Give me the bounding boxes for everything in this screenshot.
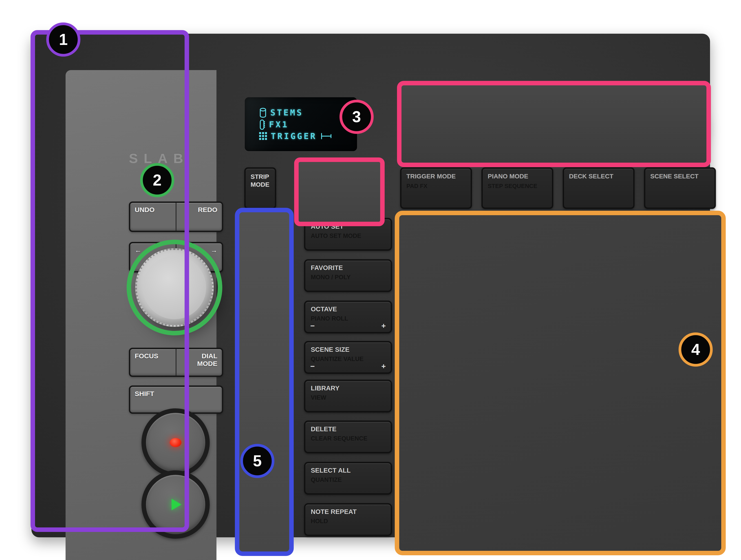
focus-dialmode-key[interactable]: FOCUS DIAL MODE [129, 348, 223, 377]
pad-r3c3[interactable] [564, 381, 633, 451]
undo-label: UNDO [135, 206, 154, 213]
play-in-key-text: PLAY IN KEY [493, 214, 532, 221]
pad-color-strip [568, 466, 629, 478]
strip-led [281, 414, 287, 417]
strip-mode-label-line1: STRIP [251, 173, 270, 181]
pads-icon [259, 132, 267, 140]
brand-logo: SLAB [129, 150, 223, 166]
focus-button[interactable]: FOCUS [130, 349, 176, 376]
arrow-left-icon: ← [135, 246, 141, 254]
record-dot-icon [170, 438, 182, 447]
encoder-mode-button[interactable]: ENCODER MODE PADS / DECK [305, 168, 379, 209]
strip-led [281, 515, 287, 517]
minus-button[interactable]: − [310, 362, 315, 371]
pad-r2c3[interactable] [564, 300, 633, 369]
scene-select-button[interactable]: SCENE SELECT [644, 167, 716, 209]
main-dial[interactable] [135, 248, 214, 327]
pad-r2c1[interactable] [402, 300, 472, 369]
pad-r1c1[interactable] [402, 219, 472, 288]
screen-line-text: TRIGGER [271, 131, 317, 141]
callout-1: 1 [46, 22, 80, 57]
device-mode-shift-label: DEVICE MODE [310, 213, 362, 222]
pad-r1c3[interactable] [564, 219, 633, 288]
pad-r1c2[interactable] [483, 219, 552, 288]
function-key-sublabel: AUTO SET MODE [311, 233, 385, 240]
pad-r2c2[interactable] [483, 300, 552, 369]
encoder-knob-number: 2 [509, 89, 518, 97]
plus-button[interactable]: + [381, 362, 386, 371]
left-control-panel: SLAB UNDO REDO ← → [66, 70, 216, 560]
dash-icon [244, 216, 250, 219]
strip-mode-button[interactable]: STRIP MODE [244, 167, 276, 209]
annotated-controller-diagram: SLAB UNDO REDO ← → [0, 0, 741, 560]
record-button[interactable] [141, 409, 210, 477]
function-key-delete[interactable]: DELETE CLEAR SEQUENCE [304, 421, 392, 453]
deck-select-label: DECK SELECT [569, 173, 628, 180]
dial-mode-label: DIAL MODE [197, 352, 217, 367]
redo-button[interactable]: REDO [176, 203, 222, 231]
function-key-label: FAVORITE [311, 264, 385, 271]
callout-5: 5 [240, 444, 274, 478]
undo-redo-key[interactable]: UNDO REDO [129, 201, 223, 232]
hold-range-icon [321, 132, 333, 140]
encoder-knob-2[interactable] [498, 107, 529, 138]
pad-color-strip [568, 223, 629, 234]
encoder-knob-3[interactable] [580, 107, 611, 138]
function-key-label: SELECT ALL [311, 467, 385, 474]
function-key-octave[interactable]: OCTAVE PIANO ROLL− + [304, 301, 392, 333]
pad-r4c2[interactable] [483, 462, 552, 532]
trigger-mode-button[interactable]: TRIGGER MODE PAD FX [400, 167, 472, 209]
utility-shift-label: UTILITY [244, 213, 277, 222]
undo-button[interactable]: UNDO [130, 203, 176, 231]
function-key-select-all[interactable]: SELECT ALL QUANTIZE [304, 462, 392, 495]
minus-button[interactable]: − [310, 321, 315, 330]
piano-mode-button[interactable]: PIANO MODE STEP SEQUENCE [481, 167, 553, 209]
trigger-mode-sublabel: PAD FX [406, 183, 466, 190]
redo-label: REDO [198, 206, 217, 213]
utility-text: UTILITY [253, 214, 277, 221]
function-key-scene-size[interactable]: SCENE SIZE QUANTIZE VALUE− + [304, 341, 392, 374]
pad-r3c2[interactable] [483, 381, 552, 451]
screen-line: TRIGGER [259, 131, 357, 141]
strip-led [281, 454, 287, 457]
callout-number: 3 [352, 108, 361, 126]
play-button-face [146, 475, 205, 534]
function-key-label: DELETE [311, 426, 385, 433]
function-key-sublabel: VIEW [311, 394, 385, 401]
touch-strip[interactable] [244, 219, 277, 545]
encoder-knob-led [675, 150, 678, 153]
screen-line-text: FX1 [269, 120, 289, 129]
function-key-label: LIBRARY [311, 385, 385, 392]
function-key-sublabel: QUANTIZE VALUE [311, 356, 385, 363]
callout-3: 3 [339, 100, 374, 134]
function-key-favorite[interactable]: FAVORITE MONO / POLY [304, 259, 392, 292]
function-key-auto-set[interactable]: AUTO SET AUTO SET MODE [304, 218, 392, 251]
function-key-label: OCTAVE [311, 306, 385, 313]
pad-r3c1[interactable] [402, 381, 472, 451]
pad-r4c3[interactable] [564, 462, 633, 532]
pad-r1c4[interactable] [645, 219, 714, 288]
strip-led [281, 232, 287, 235]
strip-led [281, 475, 287, 477]
pad-r4c1[interactable] [402, 462, 472, 532]
strip-led [281, 313, 287, 315]
function-key-note-repeat[interactable]: NOTE REPEAT HOLD [304, 503, 392, 536]
pad-color-strip [487, 223, 548, 234]
function-key-library[interactable]: LIBRARY VIEW [304, 380, 392, 413]
callout-number: 5 [253, 452, 262, 470]
encoder-knob-led [593, 150, 597, 153]
deck-select-button[interactable]: DECK SELECT [563, 167, 634, 209]
pad-r4c4[interactable] [645, 462, 714, 532]
pad-color-strip [649, 223, 710, 234]
dial-mode-button[interactable]: DIAL MODE [176, 349, 222, 376]
plus-button[interactable]: + [381, 321, 386, 330]
focus-label: FOCUS [135, 352, 158, 360]
piano-mode-sublabel: STEP SEQUENCE [488, 183, 547, 190]
encoder-knob-1[interactable] [416, 107, 448, 138]
play-button[interactable] [141, 471, 210, 539]
strip-led [281, 495, 287, 497]
encoder-knob-4[interactable] [661, 107, 692, 138]
pad-r3c4[interactable] [645, 381, 714, 451]
pad-color-strip [407, 223, 467, 234]
encoder-knob-led [430, 150, 434, 153]
